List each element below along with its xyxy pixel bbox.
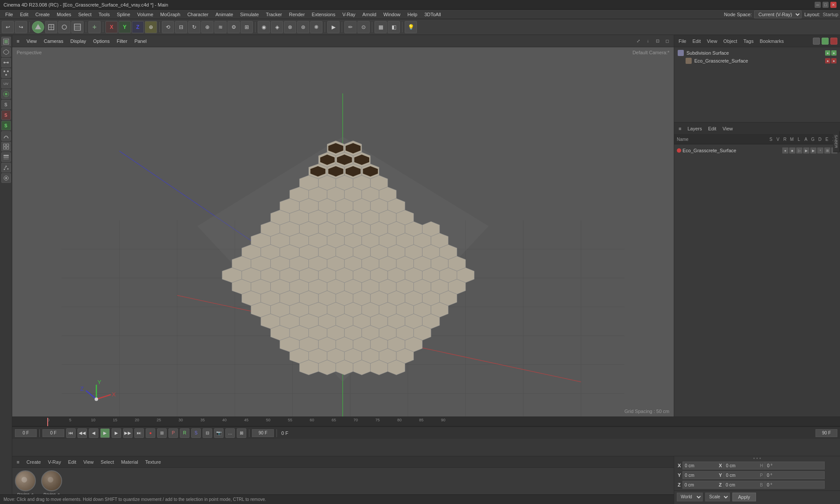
tool-btn-7[interactable]: ⊞ [241,21,253,33]
layer-icon-eye[interactable]: ● [782,147,788,154]
obj-mgr-view[interactable]: View [705,38,719,45]
vp-menu-toggle[interactable]: ≡ [15,38,21,45]
z-axis-button[interactable]: Z [132,21,144,33]
obj-mgr-object[interactable]: Object [721,38,739,45]
layer-icon-solo[interactable]: ▷ [796,147,802,154]
obj-mgr-icon-2[interactable] [822,38,829,45]
model-mode-button[interactable] [32,21,44,33]
object-row-subdiv[interactable]: Subdivision Surface ● ● [676,49,838,57]
layers-menu-layers[interactable]: Layers [686,125,704,132]
vp-menu-view[interactable]: View [24,38,38,45]
clone-tool[interactable]: ❋ [310,21,322,33]
tool-btn-4[interactable]: ⊕ [201,21,214,33]
coord-scale-select[interactable]: Scale Size [705,493,730,501]
effector-tool[interactable]: ⊛ [297,21,309,33]
vp-expand-icon[interactable]: ⤢ [634,37,642,45]
object-row-grasscrete[interactable]: Eco_Grasscrete_Surface ● ● [676,57,838,65]
x-axis-button[interactable]: X [105,21,118,33]
max-frame-input[interactable] [252,429,274,437]
mat-menu-texture[interactable]: Texture [144,458,163,466]
menu-edit[interactable]: Edit [17,11,32,18]
saber-tab[interactable]: SABER [833,131,839,152]
vp-render-icon[interactable]: ↓ [644,37,652,45]
play-tool[interactable]: ▶ [327,21,340,33]
menu-animate[interactable]: Animate [212,11,236,18]
tool-live[interactable] [1,89,11,99]
menu-extensions[interactable]: Extensions [308,11,339,18]
tool-btn-6[interactable]: ⚙ [228,21,240,33]
mat-menu-view[interactable]: View [81,458,95,466]
obj-mgr-edit[interactable]: Edit [691,38,703,45]
mat-menu-material[interactable]: Material [119,458,140,466]
start-frame-input[interactable] [42,429,64,437]
menu-simulate[interactable]: Simulate [237,11,262,18]
coord-world-select[interactable]: World Object [677,493,703,501]
display-btn-1[interactable]: ▦ [374,21,387,33]
menu-mograph[interactable]: MoGraph [157,11,184,18]
node-space-select[interactable]: Current (V-Ray) [754,10,802,18]
tl-btn-start[interactable]: ⏮ [66,428,76,438]
texture-mode-button[interactable] [71,21,84,33]
tl-btn-rot[interactable]: R [180,428,189,438]
menu-modes[interactable]: Modes [53,11,75,18]
tool-s1[interactable]: S [1,100,11,109]
tl-btn-auto[interactable]: ⊞ [157,428,167,438]
maximize-button[interactable]: □ [822,2,829,8]
menu-volume[interactable]: Volume [134,11,157,18]
menu-tools[interactable]: Tools [95,11,113,18]
obj-mgr-file[interactable]: File [677,38,688,45]
tl-btn-snap[interactable]: ⊠ [237,428,246,438]
menu-help[interactable]: Help [404,11,421,18]
undo-button[interactable]: ↩ [2,21,14,33]
vp-menu-cameras[interactable]: Cameras [42,38,65,45]
tool-uv[interactable]: UV [1,79,11,88]
mat-menu-select[interactable]: Select [99,458,116,466]
menu-select[interactable]: Select [75,11,95,18]
vp-camera-icon[interactable]: ⊡ [654,37,662,45]
mat-menu-create[interactable]: Create [24,458,42,466]
tl-btn-prev-key[interactable]: ◀◀ [77,428,87,438]
tl-btn-pos[interactable]: P [168,428,178,438]
material-item-2[interactable]: Paving_c [41,470,62,497]
add-button[interactable]: + [88,21,101,33]
tool-curve[interactable] [1,131,11,141]
tool-point[interactable] [1,68,11,78]
menu-vray[interactable]: V-Ray [339,11,359,18]
end-frame-input[interactable] [816,429,837,437]
obj-mgr-icon-3[interactable] [830,38,837,45]
vp-menu-display[interactable]: Display [69,38,88,45]
scale-tool[interactable]: ⊟ [175,21,187,33]
minimize-button[interactable]: ─ [815,2,821,8]
render-tool[interactable]: ◈ [271,21,283,33]
mat-menu-toggle[interactable]: ≡ [15,458,21,466]
tl-btn-extra[interactable]: … [225,428,235,438]
tool-model[interactable] [1,37,11,46]
light-btn[interactable]: 💡 [405,21,417,33]
tool-s2[interactable]: S [1,110,11,120]
tl-btn-record[interactable]: ● [146,428,155,438]
display-btn-2[interactable]: ◧ [388,21,400,33]
coord-h-input[interactable] [765,462,825,469]
layer-icon-anim[interactable]: ▶ [810,147,816,154]
vp-grid-icon[interactable]: ◻ [663,37,671,45]
menu-character[interactable]: Character [184,11,212,18]
viewport-canvas[interactable]: Perspective Default Camera:* [12,47,674,416]
menu-spline[interactable]: Spline [113,11,134,18]
layer-icon-lock[interactable]: ▶ [803,147,809,154]
obj-mgr-icon-1[interactable] [813,38,820,45]
obj-mgr-tags[interactable]: Tags [742,38,755,45]
close-button[interactable]: ✕ [830,2,836,8]
obj-mgr-bookmarks[interactable]: Bookmarks [758,38,785,45]
tool-s3[interactable]: S [1,121,11,130]
tl-btn-cam[interactable]: 📷 [214,428,224,438]
tl-btn-next[interactable]: ▶ [112,428,121,438]
sculpt-tool[interactable]: ⊙ [357,21,370,33]
menu-window[interactable]: Window [380,11,404,18]
coord-apply-button[interactable]: Apply [732,493,756,501]
mat-menu-vray[interactable]: V-Ray [46,458,63,466]
tool-edge[interactable] [1,58,11,67]
transform-all-button[interactable]: ⊕ [145,21,157,33]
coord-p-input[interactable] [765,471,825,479]
tl-btn-para[interactable]: ⊟ [203,428,212,438]
tl-btn-end[interactable]: ⏭ [134,428,144,438]
